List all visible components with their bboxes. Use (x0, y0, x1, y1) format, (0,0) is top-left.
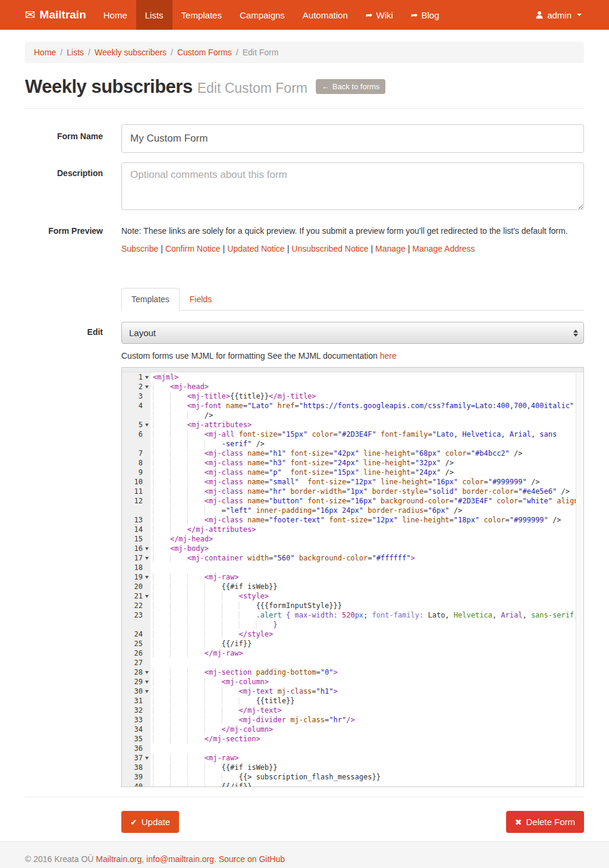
editor-gutter-cell: 34 (122, 725, 150, 734)
editor-row: 24 </style> (122, 629, 583, 639)
editor-code-line: <mj-raw> (150, 753, 583, 763)
preview-link-separator: | (221, 244, 228, 253)
delete-form-button[interactable]: ✖Delete Form (506, 811, 584, 833)
nav-item-blog[interactable]: ➦Blog (402, 0, 448, 30)
editor-row: 33 <mj-divider mj-class="hr"/> (122, 715, 583, 725)
update-button[interactable]: ✔Update (121, 811, 179, 833)
fold-arrow-icon[interactable] (145, 595, 149, 598)
nav-item-home[interactable]: Home (95, 0, 136, 30)
tab-templates[interactable]: Templates (121, 288, 180, 311)
editor-gutter-cell: 2 (122, 382, 150, 391)
editor-code-line: <mj-class name="button" font-size="16px"… (150, 496, 583, 506)
editor-code-line: <mj-class name="small" font-size="12px" … (150, 477, 583, 487)
mjml-docs-link[interactable]: here (380, 351, 397, 361)
user-menu[interactable]: admin (533, 0, 584, 30)
edit-label: Edit (25, 322, 121, 787)
fold-arrow-icon[interactable] (145, 547, 149, 550)
fold-arrow-icon[interactable] (145, 576, 149, 579)
editor-gutter-cell: 17 (122, 553, 150, 563)
editor-code-line: <mj-body> (150, 544, 583, 553)
fold-arrow-icon[interactable] (145, 681, 149, 684)
editor-gutter-cell: 6 (122, 430, 150, 439)
editor-code-line: {{#if isWeb}} (150, 582, 583, 591)
title-divider (25, 108, 584, 109)
preview-link-manage[interactable]: Manage (375, 244, 406, 253)
editor-code-line: <mj-class name="hr" border-width="1px" b… (150, 487, 583, 496)
editor-code-line: <mj-head> (150, 382, 583, 391)
editor-gutter-cell: 8 (122, 458, 150, 468)
form-name-input[interactable] (121, 124, 584, 153)
fold-arrow-icon[interactable] (145, 424, 149, 427)
editor-code-line: {{/if}} (150, 782, 583, 787)
editor-gutter-cell: 27 (122, 658, 150, 668)
footer-text: © 2016 Kreata OÜ Mailtrain.org, info@mai… (25, 854, 285, 864)
mjml-code-editor[interactable]: 1<mjml>2 <mj-head>3 <mj-title>{{title}}<… (121, 367, 584, 787)
footer-link-source-on-github[interactable]: Source on GitHub (219, 854, 285, 864)
editor-gutter-cell: 36 (122, 744, 150, 753)
editor-gutter-cell: 40 (122, 782, 150, 787)
back-to-forms-button[interactable]: ←Back to forms (316, 79, 385, 94)
nav-item-campaigns[interactable]: Campaigns (231, 0, 294, 30)
editor-content[interactable]: 1<mjml>2 <mj-head>3 <mj-title>{{title}}<… (122, 372, 583, 787)
editor-code-line: </mj-raw> (150, 648, 583, 658)
description-textarea[interactable] (121, 162, 584, 210)
editor-gutter-cell: 21 (122, 591, 150, 601)
edit-template-select[interactable]: Layout (121, 322, 584, 344)
editor-code-line: {{> subscription_flash_messages}} (150, 772, 583, 782)
preview-link-subscribe[interactable]: Subscribe (121, 244, 158, 253)
editor-horizontal-scrollbar[interactable] (122, 368, 583, 372)
preview-link-updated-notice[interactable]: Updated Notice (227, 244, 285, 253)
preview-link-confirm-notice[interactable]: Confirm Notice (165, 244, 221, 253)
editor-row: 23 .alert { max-width: 520px; font-famil… (122, 610, 583, 620)
breadcrumb-link-custom-forms[interactable]: Custom Forms (177, 48, 232, 57)
editor-row: 6 <mj-all font-size="15px" color="#2D3E4… (122, 430, 583, 439)
editor-row: 27 (122, 658, 583, 668)
fold-arrow-icon[interactable] (145, 557, 149, 560)
preview-link-manage-address[interactable]: Manage Address (412, 244, 475, 253)
top-navbar: ✉ Mailtrain HomeListsTemplatesCampaignsA… (0, 0, 609, 30)
editor-row: 36 (122, 744, 583, 753)
nav-item-automation[interactable]: Automation (294, 0, 357, 30)
editor-code-line (150, 563, 583, 572)
editor-gutter-cell: 35 (122, 734, 150, 744)
editor-row: 38 {{#if isWeb}} (122, 763, 583, 772)
editor-vertical-scrollbar[interactable] (576, 373, 583, 786)
nav-item-wiki[interactable]: ➦Wiki (357, 0, 402, 30)
breadcrumb-active: Edit Form (243, 48, 279, 57)
footer-links: Mailtrain.org, info@mailtrain.org. Sourc… (96, 854, 285, 864)
breadcrumb-link-weekly-subscribers[interactable]: Weekly subscribers (95, 48, 167, 57)
editor-code-line: <mj-column> (150, 677, 583, 687)
user-icon (535, 11, 544, 19)
breadcrumb-link-lists[interactable]: Lists (67, 48, 84, 57)
tab-fields[interactable]: Fields (180, 288, 222, 311)
bottom-divider (25, 797, 584, 797)
editor-row: /> (122, 411, 583, 420)
footer-link-info-mailtrain-org[interactable]: info@mailtrain.org (146, 854, 214, 864)
edit-template-selected-value: Layout (129, 328, 156, 338)
editor-row: 11 <mj-class name="hr" border-width="1px… (122, 487, 583, 496)
breadcrumb-separator: / (56, 48, 67, 57)
fold-arrow-icon[interactable] (145, 757, 149, 760)
brand-mailtrain[interactable]: ✉ Mailtrain (25, 0, 95, 30)
preview-link-unsubscribed-notice[interactable]: Unsubscribed Notice (291, 244, 368, 253)
fold-arrow-icon[interactable] (145, 671, 149, 674)
breadcrumb-separator: / (167, 48, 177, 57)
editor-code-line: } (150, 620, 583, 629)
fold-arrow-icon[interactable] (145, 386, 149, 388)
fold-arrow-icon[interactable] (145, 376, 149, 379)
nav-item-lists[interactable]: Lists (136, 0, 172, 30)
editor-gutter-cell: 14 (122, 525, 150, 534)
editor-row: 35 </mj-section> (122, 734, 583, 744)
envelope-icon: ✉ (25, 9, 36, 21)
fold-arrow-icon[interactable] (145, 690, 149, 693)
editor-row: 25 {{/if}} (122, 639, 583, 648)
editor-code-line: <mj-class name="footer-text" font-size="… (150, 515, 583, 525)
editor-row: 34 </mj-column> (122, 725, 583, 734)
editor-gutter-cell: 30 (122, 687, 150, 696)
editor-code-line: <mj-class name="h1" font-size="42px" lin… (150, 449, 583, 458)
nav-item-templates[interactable]: Templates (172, 0, 231, 30)
breadcrumb-link-home[interactable]: Home (34, 48, 56, 57)
footer-link-mailtrain-org[interactable]: Mailtrain.org (96, 854, 142, 864)
editor-code-line: </mj-attributes> (150, 525, 583, 534)
editor-gutter-cell: 32 (122, 706, 150, 715)
